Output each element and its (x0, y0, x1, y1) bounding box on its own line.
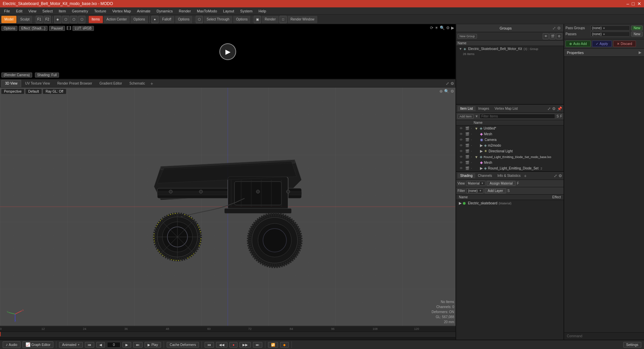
shading-settings-icon[interactable]: ⚙ (558, 173, 562, 178)
scene-item-mesh[interactable]: 👁 🎬 · ◆ Mesh (456, 131, 564, 137)
scene-item-round-light[interactable]: 👁 🎬 · ▼ ◈ Round_Light_Emitting_Diode_Set… (456, 154, 564, 160)
new-group-btn[interactable]: New Group (458, 34, 477, 39)
properties-expand-icon[interactable]: ▶ (639, 50, 641, 55)
scene-item-dir-light[interactable]: 👁 🎬 · ▶ ☀ Directional Light (456, 148, 564, 154)
passes-dropdown[interactable]: (none) ▼ (590, 32, 630, 37)
go-end-btn[interactable]: ⏭ (133, 342, 143, 348)
preview-shading-label[interactable]: Shading: Full (35, 72, 59, 78)
record-btn[interactable]: ● (229, 342, 237, 348)
falloff-btn[interactable]: Falloff (159, 16, 174, 23)
mode-icon-1[interactable]: ◈ (54, 16, 61, 23)
viewport-settings-icon-2[interactable]: ⚙ (450, 89, 454, 94)
select-through-options-btn[interactable]: Options (233, 16, 251, 23)
graph-editor-btn[interactable]: 📈 Graph Editor (22, 341, 54, 348)
shading-expand-icon[interactable]: ⤢ (554, 173, 557, 178)
tab-render-preset[interactable]: Render Preset Browser (54, 80, 96, 87)
preview-options-btn[interactable]: Options (1, 26, 17, 31)
none-dropdown[interactable]: (none) ▼ (466, 188, 483, 193)
falloff-icon[interactable]: ● (151, 16, 159, 23)
filter-items-input[interactable]: Filter Items (480, 114, 555, 119)
preview-icon-3[interactable]: 🔍 (440, 26, 445, 30)
viewport-expand-icon[interactable]: ⤢ (446, 81, 449, 86)
viewport-settings-icon[interactable]: ⚙ (450, 81, 454, 86)
menu-file[interactable]: File (1, 8, 13, 14)
menu-dynamics[interactable]: Dynamics (154, 8, 175, 14)
vis-icon-2[interactable]: 👁 (459, 138, 464, 142)
assign-material-btn[interactable]: Assign Material (487, 181, 516, 186)
select-through-icon[interactable]: ⬡ (196, 16, 203, 23)
preview-icon-5[interactable]: ▶ (451, 26, 454, 30)
groups-settings-icon[interactable]: ⚙ (557, 26, 561, 31)
f2-btn[interactable]: F2 (44, 16, 51, 23)
playback-icon-4[interactable]: ▶▶ (239, 342, 251, 348)
animated-btn[interactable]: Animated ▼ (59, 342, 83, 348)
tab-info-stats[interactable]: Info & Statistics (495, 173, 523, 178)
action-center-btn[interactable]: Action Center (104, 16, 130, 23)
sculpt-btn[interactable]: Sculpt (17, 16, 33, 23)
scene-item-camera[interactable]: 👁 🎬 · ◉ Camera (456, 137, 564, 143)
viewport-zoom-icon[interactable]: 🔍 (444, 89, 449, 94)
cache-deformers-btn[interactable]: Cache Deformers (167, 342, 199, 348)
command-input[interactable] (585, 334, 641, 338)
material-item-electric[interactable]: ▶ Electric_skateboard (Material) (456, 200, 564, 206)
groups-icon-2[interactable]: 🎬 (549, 33, 555, 39)
render-icon-2[interactable]: 🎬 (465, 138, 470, 142)
menu-system[interactable]: System (237, 8, 255, 14)
tab-images[interactable]: Images (476, 106, 492, 111)
loop-btn[interactable]: 🔁 (268, 342, 278, 348)
default-label[interactable]: Default (25, 89, 42, 94)
falloff-options-btn[interactable]: Options (175, 16, 193, 23)
go-start-btn[interactable]: ⏮ (85, 342, 94, 348)
render-icon-3[interactable]: 🎬 (465, 144, 470, 147)
discard-btn[interactable]: ✕ Discard (613, 41, 636, 47)
render-icon-7[interactable]: 🎬 (465, 166, 470, 170)
viewport-orbit-icon[interactable]: ⊕ (439, 89, 443, 94)
mode-icon-2[interactable]: ⬡ (62, 16, 69, 23)
menu-maxtomodo[interactable]: MaxToModo (194, 8, 220, 14)
timeline-scrollbar[interactable] (0, 336, 455, 340)
options-btn-1[interactable]: Options (130, 16, 148, 23)
model-btn[interactable]: Model (1, 16, 16, 23)
preview-play-btn[interactable]: ▶ (219, 43, 236, 60)
preview-paused-btn[interactable]: Paused (49, 26, 65, 31)
render-btn[interactable]: Render (262, 16, 279, 23)
new-btn-2[interactable]: New (631, 32, 643, 37)
tab-shading[interactable]: Shading (458, 173, 475, 178)
vis-icon-6[interactable]: 👁 (459, 161, 464, 164)
preview-icon-4[interactable]: ⚙ (446, 26, 450, 30)
menu-edit[interactable]: Edit (13, 8, 25, 14)
render-icon-5[interactable]: 🎬 (465, 155, 470, 159)
pass-groups-dropdown[interactable]: (none) ▼ (590, 26, 630, 31)
material-dropdown[interactable]: Material ▼ (466, 181, 486, 186)
group-item-skateboard[interactable]: ▼ ◈ Electric_Skateboard_Belt_Motor_Kit (… (456, 46, 564, 52)
item-list-settings-icon[interactable]: ⚙ (552, 106, 556, 111)
preview-camera-label[interactable]: (Render Camera) (1, 72, 32, 78)
menu-layout[interactable]: Layout (220, 8, 237, 14)
tab-gradient-editor[interactable]: Gradient Editor (96, 80, 125, 87)
menu-view[interactable]: View (26, 8, 39, 14)
keyframe-btn[interactable]: ◆ (280, 342, 289, 348)
apply-btn[interactable]: ✓ Apply (592, 41, 612, 47)
render-icon-4[interactable]: 🎬 (465, 149, 470, 153)
menu-item[interactable]: Item (56, 8, 68, 14)
next-frame-btn[interactable]: ▶ (122, 342, 131, 348)
preview-icon-2[interactable]: ☀ (435, 26, 438, 30)
window-controls[interactable]: – □ ✕ (627, 1, 641, 6)
render-window-btn[interactable]: Render Window (287, 16, 317, 23)
playback-icon-1[interactable]: ⏮ (205, 342, 214, 348)
menu-vertex-map[interactable]: Vertex Map (110, 8, 134, 14)
menu-geometry[interactable]: Geometry (69, 8, 91, 14)
render-window-icon[interactable]: □ (279, 16, 287, 23)
tab-vertex-map[interactable]: Vertex Map List (492, 106, 521, 111)
scene-item-mesh-2[interactable]: 👁 🎬 · ◆ Mesh (456, 160, 564, 165)
vis-icon-3[interactable]: 👁 (459, 144, 464, 147)
playback-icon-2[interactable]: ◀◀ (216, 342, 227, 348)
add-tab-btn[interactable]: + (149, 81, 155, 86)
scene-item-untitled[interactable]: 👁 🎬 · ▼ ◈ Untitled* (456, 126, 564, 131)
groups-icon-1[interactable]: 👁 (543, 33, 549, 39)
render-icon[interactable]: ▣ (254, 16, 261, 23)
scene-item-round-light-set[interactable]: 👁 🎬 · ▶ ◈ Round_Light_Emitting_Diode_Set… (456, 165, 564, 171)
f1-btn[interactable]: F1 (36, 16, 43, 23)
scene-item-m2modo[interactable]: 👁 🎬 · ▶ ◈ m2modo (456, 143, 564, 148)
tab-channels[interactable]: Channels (475, 173, 495, 178)
